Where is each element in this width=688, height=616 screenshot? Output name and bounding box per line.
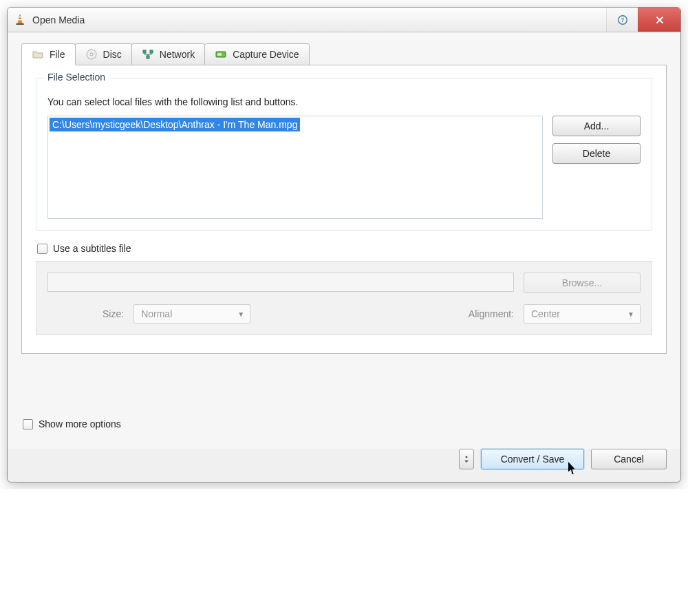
subtitles-path-input (47, 273, 514, 292)
alignment-label: Alignment: (469, 308, 514, 319)
svg-rect-12 (217, 53, 222, 56)
show-more-options-label: Show more options (39, 418, 121, 429)
help-button[interactable]: ? (606, 8, 638, 32)
tab-network[interactable]: Network (131, 43, 205, 65)
svg-rect-3 (16, 23, 24, 25)
tab-disc-label: Disc (103, 49, 122, 60)
svg-marker-0 (18, 14, 22, 23)
show-more-options-checkbox[interactable] (23, 419, 33, 429)
size-label: Size: (103, 308, 124, 319)
svg-rect-10 (147, 56, 149, 59)
titlebar: Open Media ? (8, 8, 680, 32)
svg-rect-9 (150, 50, 153, 53)
file-selection-group: File Selection You can select local file… (36, 78, 652, 231)
alignment-combo: Center ▼ (524, 304, 641, 323)
size-value: Normal (141, 308, 172, 319)
open-media-dialog: Open Media ? File (7, 7, 681, 482)
svg-point-7 (90, 53, 93, 56)
subtitles-panel: Browse... Size: Normal ▼ Alignment: Cent… (36, 261, 652, 335)
chevron-down-icon: ▼ (627, 310, 634, 318)
chevron-down-icon: ▼ (237, 310, 244, 318)
network-icon (142, 48, 154, 61)
svg-rect-2 (18, 19, 21, 20)
tab-strip: File Disc Network (21, 43, 667, 65)
dialog-footer: Convert / Save Cancel (8, 449, 680, 482)
browse-button: Browse... (524, 273, 641, 293)
vlc-cone-icon (13, 13, 27, 27)
show-more-options-row[interactable]: Show more options (23, 418, 667, 429)
tab-disc[interactable]: Disc (75, 43, 132, 65)
convert-save-button[interactable]: Convert / Save (481, 449, 584, 469)
svg-rect-1 (19, 17, 21, 17)
file-selection-legend: File Selection (43, 72, 109, 83)
tab-capture[interactable]: Capture Device (204, 43, 310, 65)
convert-dropdown-toggle[interactable] (459, 449, 474, 469)
tab-file-label: File (50, 49, 65, 60)
use-subtitles-checkbox[interactable] (37, 244, 47, 254)
tab-network-label: Network (160, 49, 195, 60)
cancel-button[interactable]: Cancel (591, 449, 667, 469)
svg-text:?: ? (621, 17, 624, 23)
svg-rect-8 (143, 50, 146, 53)
capture-device-icon (215, 48, 227, 61)
disc-icon (85, 48, 98, 61)
tab-capture-label: Capture Device (233, 49, 299, 60)
tab-file[interactable]: File (21, 43, 76, 65)
file-list[interactable]: C:\Users\mysticgeek\Desktop\Anthrax - I'… (47, 116, 543, 219)
window-title: Open Media (32, 14, 85, 25)
use-subtitles-label: Use a subtitles file (53, 243, 131, 254)
alignment-value: Center (531, 308, 560, 319)
add-button[interactable]: Add... (552, 116, 641, 136)
file-selection-instruction: You can select local files with the foll… (47, 96, 641, 107)
dialog-body: File Disc Network (8, 32, 680, 449)
delete-button[interactable]: Delete (552, 143, 641, 164)
close-button[interactable] (638, 8, 680, 32)
tab-panel-file: File Selection You can select local file… (21, 65, 667, 354)
size-combo: Normal ▼ (133, 304, 250, 323)
svg-point-13 (466, 456, 468, 458)
file-list-item[interactable]: C:\Users\mysticgeek\Desktop\Anthrax - I'… (50, 118, 300, 131)
use-subtitles-row[interactable]: Use a subtitles file (37, 243, 652, 254)
folder-icon (32, 48, 44, 61)
